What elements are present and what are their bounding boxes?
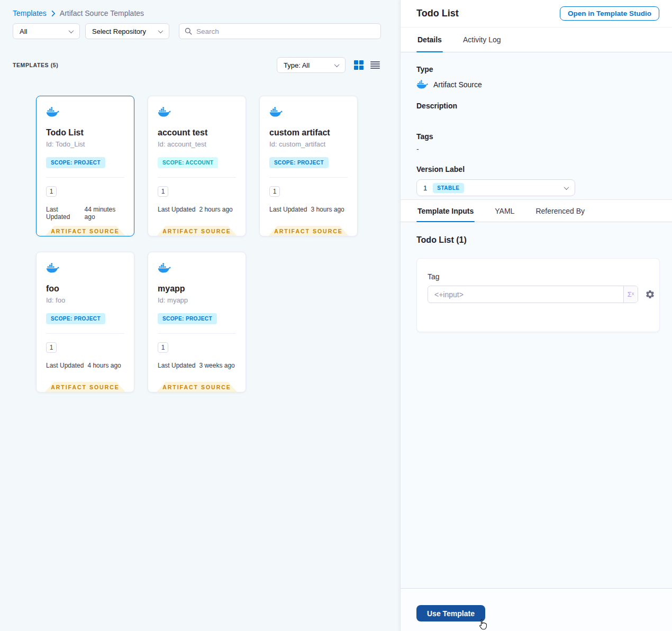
tab-template-inputs[interactable]: Template Inputs	[416, 200, 475, 222]
artifact-source-ribbon: ARTIFACT SOURCE	[45, 382, 125, 392]
tag-input-wrap: Σˣ	[428, 286, 638, 303]
template-card-custom-artifact[interactable]: custom artifact Id: custom_artifact SCOP…	[259, 96, 358, 236]
template-card-todo-list[interactable]: Todo List Id: Todo_List SCOPE: PROJECT 1…	[36, 96, 134, 236]
chevron-down-icon	[158, 28, 164, 33]
scope-filter-dropdown[interactable]: All	[13, 23, 80, 39]
tags-label: Tags	[416, 132, 656, 141]
tag-input[interactable]	[428, 286, 623, 303]
template-id: Id: custom_artifact	[269, 140, 348, 148]
divider	[269, 177, 348, 178]
breadcrumb-templates-link[interactable]: Templates	[13, 9, 47, 17]
tag-label: Tag	[428, 272, 655, 281]
docker-icon	[46, 107, 59, 117]
template-title: myapp	[158, 284, 236, 294]
template-title: custom artifact	[269, 128, 348, 138]
templates-count: TEMPLATES (5)	[13, 62, 58, 68]
last-updated-label: Last Updated	[158, 206, 195, 213]
version-select[interactable]: 1 STABLE	[416, 179, 575, 196]
breadcrumb: Templates Artifact Source Templates	[13, 9, 144, 17]
tags-value: -	[416, 145, 656, 153]
search-input[interactable]	[196, 28, 375, 35]
artifact-source-ribbon: ARTIFACT SOURCE	[157, 226, 237, 236]
version-count-badge: 1	[46, 186, 57, 197]
chevron-right-icon	[51, 11, 56, 16]
docker-icon	[416, 80, 428, 89]
repository-filter-value: Select Repository	[92, 28, 146, 35]
template-id: Id: account_test	[158, 140, 236, 148]
list-view-button[interactable]	[370, 61, 380, 69]
last-updated-label: Last Updated	[269, 206, 307, 213]
scope-badge: SCOPE: ACCOUNT	[158, 157, 218, 168]
version-value: 1	[423, 184, 427, 192]
open-in-template-studio-button[interactable]: Open in Template Studio	[560, 6, 659, 21]
version-label: Version Label	[416, 165, 656, 173]
chevron-down-icon	[334, 62, 340, 67]
last-updated-label: Last Updated	[46, 206, 81, 221]
chevron-down-icon	[69, 28, 74, 33]
expression-input-button[interactable]: Σˣ	[623, 286, 638, 303]
scope-badge: SCOPE: PROJECT	[46, 157, 105, 168]
artifact-source-ribbon: ARTIFACT SOURCE	[45, 226, 125, 236]
template-id: Id: myapp	[158, 296, 236, 304]
template-card-foo[interactable]: foo Id: foo SCOPE: PROJECT 1 Last Update…	[36, 252, 134, 392]
template-title: Todo List	[46, 128, 124, 138]
inputs-card: Tag Σˣ	[416, 258, 660, 332]
last-updated-value: 2 hours ago	[199, 206, 232, 213]
template-id: Id: foo	[46, 296, 124, 304]
template-inputs-panel: Todo List (1) Tag Σˣ	[401, 222, 672, 588]
last-updated-value: 3 hours ago	[311, 206, 344, 213]
description-label: Description	[416, 102, 656, 110]
scope-badge: SCOPE: PROJECT	[269, 157, 329, 168]
breadcrumb-current: Artifact Source Templates	[60, 9, 144, 17]
tab-yaml[interactable]: YAML	[494, 200, 515, 222]
type-value: Artifact Source	[433, 80, 482, 89]
scope-badge: SCOPE: PROJECT	[158, 313, 217, 324]
divider	[158, 177, 236, 178]
last-updated-label: Last Updated	[46, 362, 84, 369]
scope-badge: SCOPE: PROJECT	[46, 313, 105, 324]
artifact-source-ribbon: ARTIFACT SOURCE	[157, 382, 237, 392]
tab-activity-log[interactable]: Activity Log	[462, 28, 502, 52]
divider	[46, 177, 124, 178]
inner-tab-bar: Template Inputs YAML Referenced By	[401, 199, 672, 222]
template-card-account-test[interactable]: account test Id: account_test SCOPE: ACC…	[148, 96, 246, 236]
filter-row: All Select Repository	[13, 23, 381, 39]
grid-view-button[interactable]	[354, 60, 364, 70]
repository-filter-dropdown[interactable]: Select Repository	[85, 23, 169, 39]
docker-icon	[158, 107, 171, 117]
tab-referenced-by[interactable]: Referenced By	[534, 200, 586, 222]
type-filter-value: Type: All	[284, 61, 310, 69]
use-template-button[interactable]: Use Template	[416, 605, 485, 621]
artifact-source-ribbon: ARTIFACT SOURCE	[268, 226, 349, 236]
template-card-myapp[interactable]: myapp Id: myapp SCOPE: PROJECT 1 Last Up…	[148, 252, 246, 392]
stable-badge: STABLE	[433, 183, 464, 193]
docker-icon	[269, 107, 283, 117]
template-title: account test	[158, 128, 236, 138]
drawer-footer: Use Template	[401, 588, 672, 631]
tab-details[interactable]: Details	[416, 28, 443, 52]
last-updated-value: 44 minutes ago	[85, 206, 124, 221]
scope-filter-value: All	[20, 28, 27, 35]
template-title: foo	[46, 284, 124, 294]
templates-grid: Todo List Id: Todo_List SCOPE: PROJECT 1…	[36, 96, 358, 392]
input-settings-button[interactable]	[645, 289, 655, 299]
drawer-header: Todo List Open in Template Studio	[401, 0, 672, 28]
divider	[46, 333, 124, 334]
list-header: TEMPLATES (5) Type: All	[13, 57, 380, 73]
gear-icon	[645, 289, 655, 299]
last-updated-label: Last Updated	[158, 362, 195, 369]
inputs-section-title: Todo List (1)	[416, 235, 659, 245]
template-details-drawer: Todo List Open in Template Studio Detail…	[400, 0, 672, 631]
version-count-badge: 1	[158, 342, 168, 353]
templates-list-panel: Templates Artifact Source Templates All …	[0, 0, 400, 631]
version-count-badge: 1	[46, 342, 57, 353]
type-label: Type	[416, 65, 656, 74]
search-box[interactable]	[179, 23, 381, 39]
drawer-title: Todo List	[416, 8, 459, 19]
drawer-tab-bar: Details Activity Log	[401, 28, 672, 52]
chevron-down-icon	[564, 185, 569, 190]
divider	[158, 333, 236, 334]
details-panel: Type Artifact Source Description Tags - …	[401, 52, 672, 199]
docker-icon	[158, 263, 171, 273]
type-filter-dropdown[interactable]: Type: All	[277, 57, 346, 73]
